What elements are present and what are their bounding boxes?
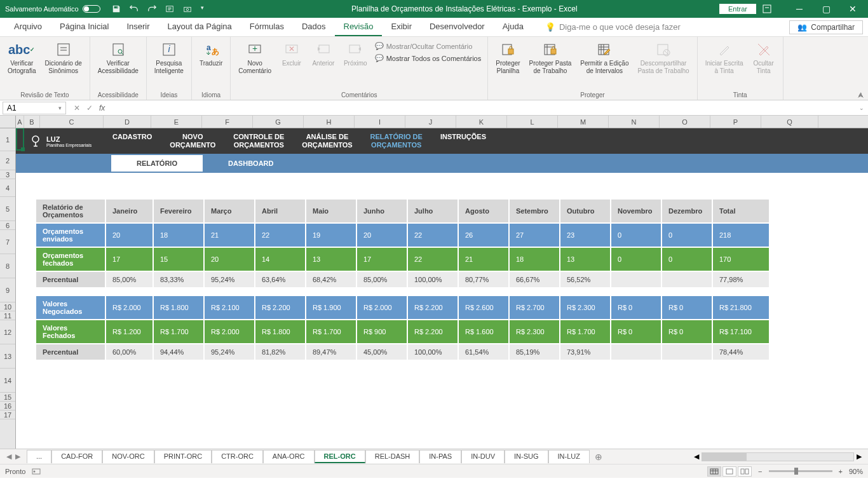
fx-icon[interactable]: fx: [99, 104, 105, 112]
table-cell[interactable]: 63,64%: [255, 271, 306, 288]
sheet-tab[interactable]: IN-PAS: [419, 450, 461, 463]
table-cell[interactable]: 15: [153, 247, 204, 271]
table-cell[interactable]: 100,00%: [407, 344, 458, 360]
table-cell[interactable]: 22: [255, 223, 306, 247]
table-cell[interactable]: 56,52%: [560, 271, 611, 288]
col-header[interactable]: C: [40, 116, 104, 128]
new-comment-button[interactable]: + Novo Comentário: [234, 38, 275, 78]
table-cell[interactable]: R$ 2.100: [204, 295, 255, 320]
row-header[interactable]: 6: [0, 221, 15, 230]
col-header[interactable]: G: [253, 116, 304, 128]
sheet-tab[interactable]: CTR-ORC: [212, 450, 263, 463]
allow-edit-ranges-button[interactable]: Permitir a Edição de Intervalos: [576, 38, 632, 78]
row-header[interactable]: 9: [0, 278, 15, 302]
col-header[interactable]: I: [355, 116, 405, 128]
col-header[interactable]: H: [304, 116, 355, 128]
col-header[interactable]: F: [202, 116, 253, 128]
row-header[interactable]: 13: [0, 344, 15, 369]
table-cell[interactable]: R$ 17.100: [712, 320, 770, 344]
protect-workbook-button[interactable]: Proteger Pasta de Trabalho: [526, 38, 576, 78]
row-headers[interactable]: 1234567891011121314151617: [0, 128, 16, 449]
table-cell[interactable]: [661, 344, 712, 360]
spelling-button[interactable]: abc✓ Verificar Ortografia: [4, 38, 39, 78]
table-cell[interactable]: R$ 0: [661, 320, 712, 344]
col-header[interactable]: Q: [761, 116, 818, 128]
normal-view-button[interactable]: [707, 466, 721, 477]
col-header[interactable]: B: [24, 116, 40, 128]
table-cell[interactable]: R$ 1.700: [153, 320, 204, 344]
table-cell[interactable]: 218: [712, 223, 770, 247]
table-cell[interactable]: 73,91%: [560, 344, 611, 360]
table-cell[interactable]: R$ 2.200: [407, 295, 458, 320]
row-header[interactable]: 11: [0, 311, 15, 320]
sheet-tab[interactable]: PRINT-ORC: [154, 450, 212, 463]
page-layout-view-button[interactable]: [722, 466, 736, 477]
sheet-tab[interactable]: IN-LUZ: [548, 450, 590, 463]
signin-button[interactable]: Entrar: [719, 4, 756, 14]
table-cell[interactable]: 45,00%: [356, 344, 407, 360]
table-cell[interactable]: R$ 1.800: [153, 295, 204, 320]
row-header[interactable]: 7: [0, 230, 15, 254]
table-cell[interactable]: 19: [306, 223, 356, 247]
translate-button[interactable]: aあ Traduzir: [196, 38, 226, 70]
table-cell[interactable]: R$ 2.300: [560, 295, 611, 320]
ribbon-tab-ajuda[interactable]: Ajuda: [494, 18, 532, 36]
sub-nav-item[interactable]: DASHBOARD: [203, 155, 299, 172]
qat-icon[interactable]: [165, 4, 174, 13]
table-cell[interactable]: 66,67%: [509, 271, 560, 288]
col-header[interactable]: N: [609, 116, 660, 128]
minimize-icon[interactable]: ─: [789, 4, 810, 14]
hide-ink-button[interactable]: Ocultar Tinta: [749, 38, 779, 78]
zoom-level[interactable]: 90%: [849, 468, 863, 475]
redo-icon[interactable]: [147, 4, 156, 13]
table-cell[interactable]: 68,42%: [306, 271, 356, 288]
table-cell[interactable]: R$ 2.000: [204, 320, 255, 344]
expand-formula-icon[interactable]: ⌄: [855, 105, 868, 111]
row-header[interactable]: 17: [0, 410, 15, 419]
row-header[interactable]: 3: [0, 170, 15, 179]
table-cell[interactable]: 94,44%: [153, 344, 204, 360]
table-cell[interactable]: 0: [611, 223, 661, 247]
table-cell[interactable]: 21: [204, 223, 255, 247]
nav-item[interactable]: NOVO ORÇAMENTO: [161, 133, 224, 149]
show-comment-button[interactable]: 💬Mostrar/Ocultar Comentário: [372, 41, 484, 51]
row-header[interactable]: 14: [0, 369, 15, 393]
select-all-corner[interactable]: [0, 116, 16, 128]
row-header[interactable]: 2: [0, 151, 15, 170]
close-icon[interactable]: ✕: [843, 4, 863, 14]
table-cell[interactable]: 0: [661, 247, 712, 271]
nav-item[interactable]: INSTRUÇÕES: [431, 133, 495, 149]
formula-input[interactable]: [110, 102, 855, 114]
sheet-tab[interactable]: IN-SUG: [505, 450, 548, 463]
table-cell[interactable]: 95,24%: [204, 344, 255, 360]
thesaurus-button[interactable]: Dicionário de Sinônimos: [41, 38, 85, 78]
table-cell[interactable]: R$ 1.200: [105, 320, 153, 344]
table-cell[interactable]: R$ 0: [611, 295, 661, 320]
sub-nav-item[interactable]: RELATÓRIO: [111, 155, 203, 172]
table-cell[interactable]: 0: [611, 247, 661, 271]
table-cell[interactable]: 22: [407, 247, 458, 271]
zoom-out-button[interactable]: −: [758, 468, 762, 475]
col-header[interactable]: K: [456, 116, 507, 128]
ribbon-tab-inserir[interactable]: Inserir: [118, 18, 158, 36]
table-cell[interactable]: R$ 2.300: [509, 320, 560, 344]
ribbon-tab-dados[interactable]: Dados: [293, 18, 335, 36]
row-header[interactable]: 8: [0, 254, 15, 278]
table-cell[interactable]: R$ 2.000: [105, 295, 153, 320]
table-cell[interactable]: 27: [509, 223, 560, 247]
table-cell[interactable]: 17: [356, 247, 407, 271]
table-cell[interactable]: 95,24%: [204, 271, 255, 288]
col-header[interactable]: L: [507, 116, 558, 128]
save-icon[interactable]: [112, 4, 121, 13]
horizontal-scrollbar[interactable]: ◀ ▶: [607, 452, 868, 461]
ribbon-tab-layout-da-página[interactable]: Layout da Página: [159, 18, 241, 36]
auto-save-toggle[interactable]: Salvamento Automático: [5, 5, 100, 13]
table-cell[interactable]: 21: [458, 247, 509, 271]
sheet-tab[interactable]: NOV-ORC: [102, 450, 154, 463]
nav-item[interactable]: CADASTRO: [104, 133, 161, 149]
smart-lookup-button[interactable]: i Pesquisa Inteligente: [151, 38, 187, 78]
table-cell[interactable]: 80,77%: [458, 271, 509, 288]
table-cell[interactable]: R$ 0: [661, 295, 712, 320]
tell-me-search[interactable]: 💡 Diga-me o que você deseja fazer: [545, 22, 789, 32]
row-header[interactable]: 15: [0, 393, 15, 402]
